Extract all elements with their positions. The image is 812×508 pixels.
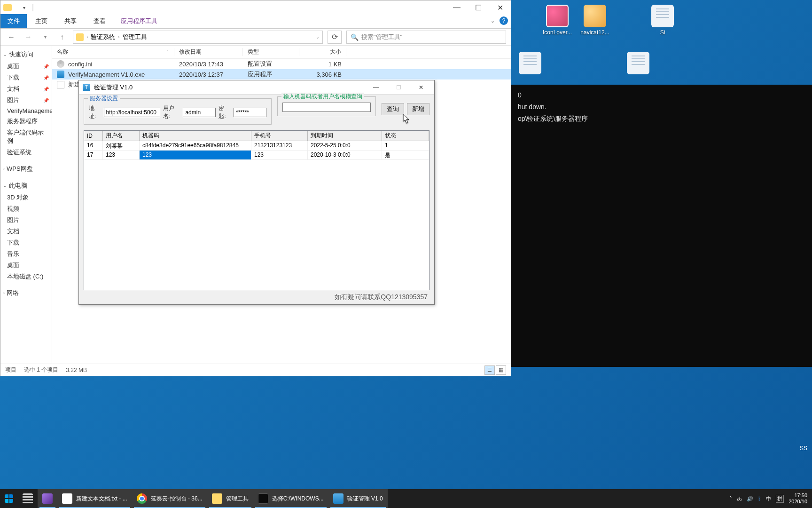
file-row[interactable]: config.ini 2020/10/3 17:43 配置设置 1 KB [52, 59, 511, 69]
breadcrumb-item[interactable]: 验证系统 [91, 33, 115, 41]
password-input[interactable] [234, 108, 266, 117]
sidebar-item-desktop[interactable]: 桌面 [0, 260, 52, 271]
column-phone[interactable]: 手机号 [251, 131, 308, 141]
sidebar-this-pc[interactable]: ⌄此电脑 [0, 180, 52, 192]
chevron-down-icon[interactable]: ▾ [23, 5, 25, 10]
taskview-button[interactable] [18, 489, 38, 508]
ribbon-expand-icon[interactable]: ⌄ [491, 18, 495, 24]
maximize-button[interactable]: ☐ [389, 81, 408, 94]
query-button[interactable]: 查询 [382, 103, 404, 115]
column-name[interactable]: 名称˄ [52, 48, 174, 56]
breadcrumb[interactable]: › 验证系统 › 管理工具 ⌄ [73, 31, 323, 44]
file-icon [519, 52, 541, 74]
grid-row[interactable]: 17 123 123 123 2020-10-3 0:0:0 是 [84, 151, 429, 160]
taskbar-item-browser[interactable]: 蓝奏云-控制台 - 36... [132, 489, 207, 508]
dialog-titlebar[interactable]: 验证管理 V1.0 — ☐ ✕ [79, 80, 434, 95]
ribbon-tab-share[interactable]: 共享 [56, 14, 85, 28]
tray-up-icon[interactable]: ˄ [729, 496, 732, 502]
sidebar-quick-access[interactable]: ⌄快速访问 [0, 48, 52, 61]
view-icons-button[interactable]: ▦ [496, 365, 506, 375]
username-input[interactable] [183, 108, 216, 117]
sidebar-item-documents[interactable]: 文档📌 [0, 83, 52, 95]
column-type[interactable]: 类型 [243, 48, 299, 56]
desktop-icon-file2[interactable] [620, 52, 656, 76]
breadcrumb-item[interactable]: 管理工具 [123, 33, 147, 41]
column-id[interactable]: ID [84, 131, 103, 141]
taskbar-item-cmd[interactable]: 选择C:\WINDOWS... [253, 489, 328, 508]
desktop-icon-file1[interactable] [512, 52, 548, 76]
ribbon-tabs: 文件 主页 共享 查看 应用程序工具 ⌄ ? [0, 15, 511, 29]
sidebar-item-desktop[interactable]: 桌面📌 [0, 61, 52, 72]
ime-lang-button[interactable]: 中 [766, 495, 771, 502]
ribbon-file-tab[interactable]: 文件 [0, 14, 27, 28]
nav-back-button[interactable]: ← [5, 31, 17, 43]
sidebar-item-3d[interactable]: 3D 对象 [0, 192, 52, 203]
clock[interactable]: 17:50 2020/10 [789, 492, 807, 505]
sidebar-item-pictures[interactable]: 图片 [0, 214, 52, 226]
heart-icon [546, 5, 569, 27]
sidebar-network[interactable]: ›网络 [0, 287, 52, 299]
sidebar-item-downloads[interactable]: 下载 [0, 237, 52, 248]
chevron-right-icon: › [86, 34, 88, 40]
column-status[interactable]: 状态 [382, 131, 429, 141]
sidebar-item-folder[interactable]: 验证系统 [0, 147, 52, 158]
refresh-button[interactable]: ⟳ [328, 31, 342, 44]
sort-icon: ˄ [167, 50, 169, 55]
bluetooth-icon[interactable]: ᛒ [758, 496, 761, 501]
console-window[interactable]: 0 hut down. op\验证系统\服务器程序 [511, 85, 812, 367]
sidebar-item-folder[interactable]: VerifyManageme [0, 106, 52, 116]
chevron-down-icon[interactable]: ⌄ [316, 34, 320, 40]
txt-icon [57, 81, 64, 88]
sidebar-item-pictures[interactable]: 图片📌 [0, 95, 52, 106]
nav-up-button[interactable]: ↑ [56, 31, 68, 43]
close-button[interactable]: ✕ [412, 81, 430, 94]
qat-divider: | [32, 3, 34, 12]
minimize-button[interactable]: — [446, 0, 468, 15]
minimize-button[interactable]: — [367, 81, 385, 94]
search-input[interactable] [282, 103, 371, 112]
dialog-footer: 如有疑问请联系QQ1213095357 [84, 290, 429, 302]
desktop-icon-iconlover[interactable]: IconLover... [539, 5, 575, 36]
desktop-icon-si[interactable]: Si [645, 5, 680, 36]
volume-icon[interactable]: 🔊 [747, 496, 753, 502]
address-input[interactable] [104, 108, 160, 117]
nav-history-button[interactable]: ▾ [39, 31, 51, 43]
taskbar-item-vs[interactable] [38, 489, 57, 508]
ime-mode-button[interactable]: 拼 [776, 495, 784, 503]
view-details-button[interactable]: ☰ [484, 365, 495, 375]
sidebar-item-disk-c[interactable]: 本地磁盘 (C:) [0, 271, 52, 282]
desktop-icon-navicat[interactable]: navicat12... [577, 5, 613, 36]
config-icon [57, 60, 64, 68]
taskbar-item-notepad[interactable]: 新建文本文档.txt - ... [57, 489, 132, 508]
sidebar-item-documents[interactable]: 文档 [0, 226, 52, 237]
column-date[interactable]: 修改日期 [174, 48, 243, 56]
sidebar-item-music[interactable]: 音乐 [0, 248, 52, 260]
search-box[interactable]: 🔍 搜索"管理工具" [346, 31, 506, 44]
explorer-titlebar[interactable]: ▾ | 管理 管理工具 — ☐ ✕ [0, 0, 511, 15]
data-grid[interactable]: ID 用户名 机器码 手机号 到期时间 状态 16 刘某某 c84fde3de2… [84, 130, 429, 290]
help-icon[interactable]: ? [500, 16, 508, 25]
ribbon-tab-apptools[interactable]: 应用程序工具 [114, 14, 164, 28]
column-expiry[interactable]: 到期时间 [308, 131, 382, 141]
ribbon-tab-view[interactable]: 查看 [85, 14, 114, 28]
column-user[interactable]: 用户名 [103, 131, 140, 141]
ribbon-tab-home[interactable]: 主页 [27, 14, 56, 28]
file-row[interactable]: VerifyManagement V1.0.exe 2020/10/3 12:3… [52, 69, 511, 79]
sidebar-wps[interactable]: ›WPS网盘 [0, 163, 52, 175]
column-machine-code[interactable]: 机器码 [140, 131, 251, 141]
folder-icon [3, 4, 12, 11]
network-icon[interactable]: 🖧 [737, 496, 742, 501]
sidebar-item-videos[interactable]: 视频 [0, 203, 52, 214]
activation-badge: SS [795, 440, 812, 456]
maximize-button[interactable]: ☐ [468, 0, 489, 15]
sidebar-item-folder[interactable]: 客户端代码示例 [0, 127, 52, 147]
nav-forward-button[interactable]: → [22, 31, 34, 43]
sidebar-item-folder[interactable]: 服务器程序 [0, 116, 52, 127]
column-size[interactable]: 大小 [299, 48, 346, 56]
sidebar-item-downloads[interactable]: 下载📌 [0, 72, 52, 83]
grid-row[interactable]: 16 刘某某 c84fde3de279c91ee65ca98fa9812845 … [84, 141, 429, 151]
taskbar-item-verify[interactable]: 验证管理 V1.0 [328, 489, 388, 508]
start-button[interactable] [0, 489, 18, 508]
close-button[interactable]: ✕ [489, 0, 511, 15]
taskbar-item-explorer[interactable]: 管理工具 [207, 489, 253, 508]
